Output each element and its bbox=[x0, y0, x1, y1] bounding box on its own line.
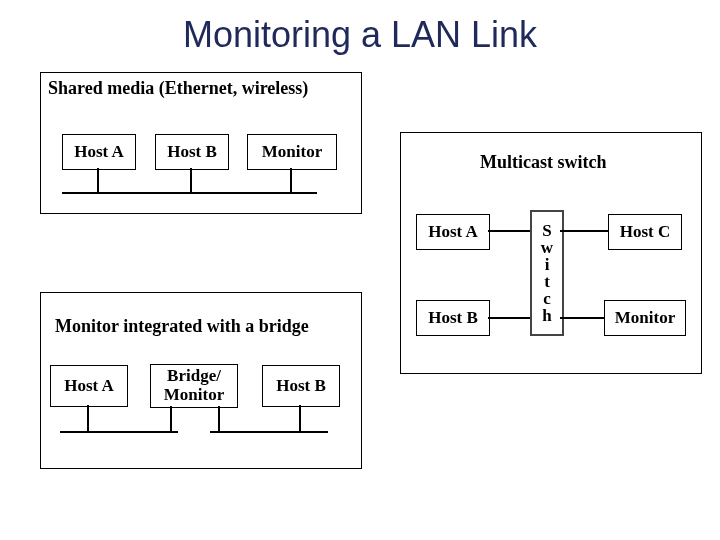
caption-multicast: Multicast switch bbox=[480, 152, 606, 173]
shared-bus-line bbox=[62, 192, 317, 194]
node-mcast-host-c: Host C bbox=[608, 214, 682, 250]
node-mcast-host-a: Host A bbox=[416, 214, 490, 250]
bus-tap bbox=[87, 405, 89, 431]
bus-tap bbox=[218, 406, 220, 431]
node-shared-monitor: Monitor bbox=[247, 134, 337, 170]
node-mcast-host-b: Host B bbox=[416, 300, 490, 336]
bus-tap bbox=[190, 168, 192, 192]
caption-bridge: Monitor integrated with a bridge bbox=[55, 316, 309, 337]
caption-shared-media: Shared media (Ethernet, wireless) bbox=[48, 78, 308, 99]
switch-link bbox=[560, 317, 604, 319]
bridge-bus-left bbox=[60, 431, 178, 433]
slide-title: Monitoring a LAN Link bbox=[0, 0, 720, 62]
node-shared-host-a: Host A bbox=[62, 134, 136, 170]
node-mcast-switch: Switch bbox=[530, 210, 564, 336]
bus-tap bbox=[290, 168, 292, 192]
node-bridge-host-b: Host B bbox=[262, 365, 340, 407]
switch-link bbox=[488, 317, 530, 319]
node-bridge-monitor: Bridge/ Monitor bbox=[150, 364, 238, 408]
node-shared-host-b: Host B bbox=[155, 134, 229, 170]
bus-tap bbox=[299, 405, 301, 431]
bridge-bus-right bbox=[210, 431, 328, 433]
switch-link bbox=[560, 230, 608, 232]
diagram-canvas: Shared media (Ethernet, wireless) Host A… bbox=[0, 62, 720, 540]
bus-tap bbox=[97, 168, 99, 192]
switch-link bbox=[488, 230, 530, 232]
node-mcast-monitor: Monitor bbox=[604, 300, 686, 336]
node-bridge-host-a: Host A bbox=[50, 365, 128, 407]
bus-tap bbox=[170, 406, 172, 431]
